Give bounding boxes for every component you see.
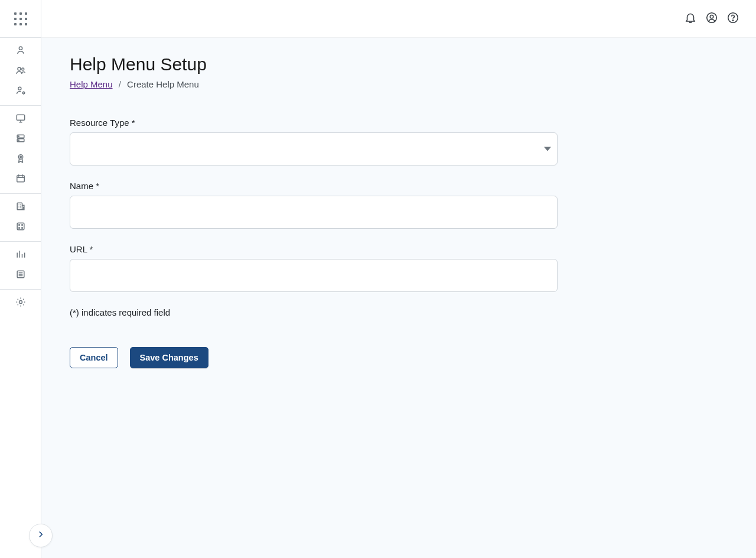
breadcrumb-separator: / (119, 79, 121, 89)
svg-point-10 (18, 155, 23, 160)
sidebar-item-settings[interactable] (9, 293, 32, 313)
chevron-right-icon (35, 529, 46, 542)
svg-rect-13 (17, 203, 22, 210)
sidebar-item-person[interactable] (9, 41, 32, 61)
sidebar-item-server[interactable] (9, 129, 32, 150)
url-label: URL * (70, 244, 558, 254)
breadcrumb-current: Create Help Menu (127, 79, 199, 89)
gear-icon (15, 296, 27, 310)
building-icon (15, 200, 27, 215)
badge-icon (15, 153, 27, 167)
sidebar (0, 0, 41, 558)
resource-type-select[interactable] (70, 132, 558, 166)
person-gear-icon (15, 85, 27, 99)
account-button[interactable] (703, 10, 721, 28)
apps-grid-icon (14, 12, 27, 25)
server-icon (15, 132, 27, 147)
help-circle-icon (726, 11, 739, 27)
caret-down-icon (544, 144, 551, 154)
content-area: Help Menu Setup Help Menu / Create Help … (41, 38, 756, 558)
svg-point-0 (19, 47, 22, 50)
sidebar-item-list[interactable] (9, 265, 32, 286)
save-button[interactable]: Save Changes (130, 347, 208, 368)
svg-point-9 (18, 140, 19, 141)
sidebar-item-dice[interactable] (9, 218, 32, 238)
url-input[interactable] (70, 259, 558, 292)
user-circle-icon (705, 11, 718, 27)
name-label: Name * (70, 181, 558, 191)
required-note: (*) indicates required field (70, 307, 558, 317)
dice-icon (15, 220, 27, 235)
svg-point-18 (21, 228, 22, 229)
topbar (41, 0, 756, 38)
sidebar-item-badge[interactable] (9, 150, 32, 170)
svg-point-24 (732, 20, 733, 20)
svg-point-15 (18, 225, 19, 226)
breadcrumb-link-help-menu[interactable]: Help Menu (70, 79, 113, 89)
svg-point-17 (18, 228, 19, 229)
expand-sidebar-button[interactable] (29, 524, 53, 547)
monitor-icon (15, 112, 27, 126)
list-icon (15, 268, 27, 283)
bell-icon (684, 11, 697, 27)
svg-rect-12 (17, 176, 24, 182)
svg-point-1 (18, 67, 21, 70)
svg-point-8 (18, 136, 19, 137)
cancel-button[interactable]: Cancel (70, 347, 118, 368)
resource-type-label: Resource Type * (70, 118, 558, 128)
svg-point-2 (21, 68, 24, 70)
bar-chart-icon (15, 248, 27, 262)
sidebar-item-person-gear[interactable] (9, 82, 32, 102)
page-title: Help Menu Setup (70, 54, 728, 74)
svg-point-16 (21, 225, 22, 226)
form: Resource Type * Name * URL * (70, 118, 558, 368)
svg-point-3 (18, 87, 21, 90)
calendar-icon (15, 173, 27, 187)
svg-point-11 (19, 156, 21, 158)
apps-launcher[interactable] (0, 0, 41, 38)
name-input[interactable] (70, 196, 558, 229)
svg-rect-5 (17, 115, 24, 120)
sidebar-item-building[interactable] (9, 197, 32, 218)
notifications-button[interactable] (682, 10, 699, 28)
person-icon (15, 44, 27, 59)
sidebar-item-bar-chart[interactable] (9, 245, 32, 265)
people-icon (15, 64, 27, 79)
svg-point-22 (710, 15, 713, 18)
help-button[interactable] (724, 10, 742, 28)
svg-point-20 (19, 301, 22, 304)
svg-rect-14 (17, 223, 24, 230)
sidebar-item-people[interactable] (9, 61, 32, 82)
sidebar-item-calendar[interactable] (9, 170, 32, 190)
sidebar-item-monitor[interactable] (9, 109, 32, 129)
breadcrumb: Help Menu / Create Help Menu (70, 79, 728, 89)
